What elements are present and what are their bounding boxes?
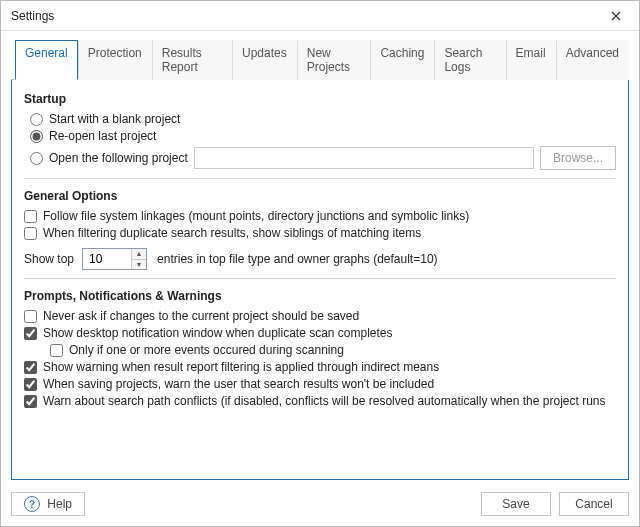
radio-row-blank[interactable]: Start with a blank project	[24, 112, 616, 126]
check-label-never-ask-save: Never ask if changes to the current proj…	[43, 309, 359, 323]
check-warn-indirect-filter[interactable]	[24, 361, 37, 374]
show-top-suffix: entries in top file type and owner graph…	[157, 252, 438, 266]
help-icon: ?	[24, 496, 40, 512]
show-top-input[interactable]	[83, 249, 131, 269]
radio-open-following[interactable]	[30, 152, 43, 165]
check-warn-path-conflicts[interactable]	[24, 395, 37, 408]
check-row-follow-linkages[interactable]: Follow file system linkages (mount point…	[24, 209, 616, 223]
check-row-warn-results-not-included[interactable]: When saving projects, warn the user that…	[24, 377, 616, 391]
spinner-up[interactable]: ▲	[132, 249, 146, 260]
spinner-buttons: ▲ ▼	[131, 249, 146, 269]
tab-advanced[interactable]: Advanced	[556, 40, 629, 80]
spinner-down[interactable]: ▼	[132, 260, 146, 270]
tab-new-projects[interactable]: New Projects	[297, 40, 371, 80]
startup-heading: Startup	[24, 92, 616, 106]
tab-protection[interactable]: Protection	[78, 40, 152, 80]
tabpage-general: Startup Start with a blank project Re-op…	[11, 80, 629, 480]
tab-caching[interactable]: Caching	[370, 40, 434, 80]
check-label-show-siblings: When filtering duplicate search results,…	[43, 226, 421, 240]
radio-reopen-last[interactable]	[30, 130, 43, 143]
window-title: Settings	[11, 9, 54, 23]
close-icon	[611, 8, 621, 24]
radio-start-blank[interactable]	[30, 113, 43, 126]
radio-label-blank: Start with a blank project	[49, 112, 180, 126]
tab-updates[interactable]: Updates	[232, 40, 297, 80]
tab-results-report[interactable]: Results Report	[152, 40, 232, 80]
check-follow-linkages[interactable]	[24, 210, 37, 223]
close-button[interactable]	[601, 2, 631, 30]
divider	[24, 278, 616, 279]
check-label-warn-results-not-included: When saving projects, warn the user that…	[43, 377, 434, 391]
radio-row-reopen[interactable]: Re-open last project	[24, 129, 616, 143]
tab-general[interactable]: General	[15, 40, 78, 80]
check-row-warn-path-conflicts[interactable]: Warn about search path conflicts (if dis…	[24, 394, 616, 408]
browse-button[interactable]: Browse...	[540, 146, 616, 170]
check-show-siblings[interactable]	[24, 227, 37, 240]
project-path-input[interactable]	[194, 147, 534, 169]
radio-label-reopen: Re-open last project	[49, 129, 156, 143]
tabstrip: General Protection Results Report Update…	[11, 39, 629, 80]
general-options-heading: General Options	[24, 189, 616, 203]
check-desktop-notify[interactable]	[24, 327, 37, 340]
divider	[24, 178, 616, 179]
show-top-prefix: Show top	[24, 252, 74, 266]
check-label-warn-indirect-filter: Show warning when result report filterin…	[43, 360, 439, 374]
check-row-only-if-events[interactable]: Only if one or more events occured durin…	[24, 343, 616, 357]
check-row-warn-indirect-filter[interactable]: Show warning when result report filterin…	[24, 360, 616, 374]
settings-window: Settings General Protection Results Repo…	[0, 0, 640, 527]
check-row-desktop-notify[interactable]: Show desktop notification window when du…	[24, 326, 616, 340]
check-never-ask-save[interactable]	[24, 310, 37, 323]
radio-label-open-following: Open the following project	[49, 151, 188, 165]
radio-row-open-following: Open the following project Browse...	[24, 146, 616, 170]
save-button[interactable]: Save	[481, 492, 551, 516]
show-top-row: Show top ▲ ▼ entries in top file type an…	[24, 248, 616, 270]
tab-search-logs[interactable]: Search Logs	[434, 40, 505, 80]
check-row-show-siblings[interactable]: When filtering duplicate search results,…	[24, 226, 616, 240]
check-only-if-events[interactable]	[50, 344, 63, 357]
footer: ? Help Save Cancel	[1, 486, 639, 526]
prompts-heading: Prompts, Notifications & Warnings	[24, 289, 616, 303]
check-label-warn-path-conflicts: Warn about search path conflicts (if dis…	[43, 394, 606, 408]
cancel-button[interactable]: Cancel	[559, 492, 629, 516]
check-label-follow-linkages: Follow file system linkages (mount point…	[43, 209, 469, 223]
check-row-never-ask-save[interactable]: Never ask if changes to the current proj…	[24, 309, 616, 323]
check-warn-results-not-included[interactable]	[24, 378, 37, 391]
tab-email[interactable]: Email	[506, 40, 556, 80]
check-label-only-if-events: Only if one or more events occured durin…	[69, 343, 344, 357]
help-label: Help	[47, 497, 72, 511]
help-button[interactable]: ? Help	[11, 492, 85, 516]
show-top-spinner[interactable]: ▲ ▼	[82, 248, 147, 270]
check-label-desktop-notify: Show desktop notification window when du…	[43, 326, 393, 340]
titlebar: Settings	[1, 1, 639, 31]
